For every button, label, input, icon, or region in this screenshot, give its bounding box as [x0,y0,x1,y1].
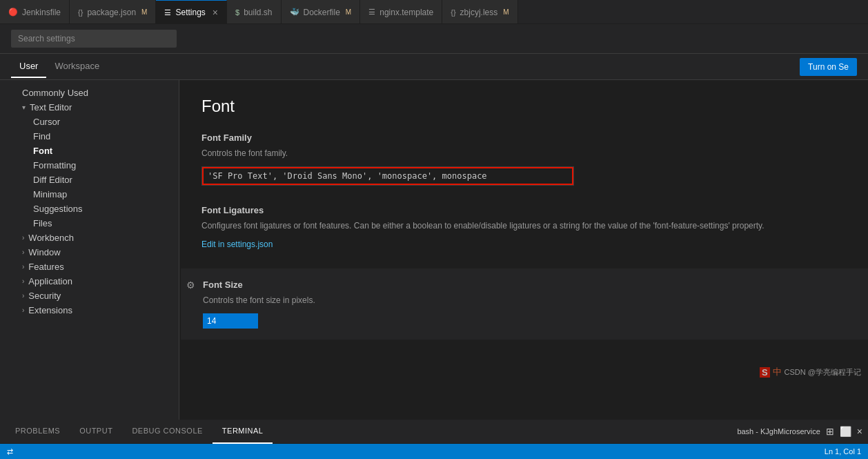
font-label: Font [33,146,52,156]
close-panel-icon[interactable]: × [857,426,862,437]
files-label: Files [33,218,52,228]
tab-settings[interactable]: ☰ Settings × [156,0,227,24]
font-family-input[interactable] [201,166,574,186]
tab-build-sh[interactable]: $ build.sh [227,0,282,24]
tab-nginx-template[interactable]: ☰ nginx.template [360,0,442,24]
sidebar-item-security[interactable]: › Security [0,289,179,303]
edit-in-settings-link[interactable]: Edit in settings.json [201,240,273,249]
font-family-label: Font Family [201,133,846,143]
settings-tabs-row: User Workspace Turn on Se [0,54,868,80]
sidebar-item-workbench[interactable]: › Workbench [0,231,179,245]
nginx-icon: ☰ [368,8,375,17]
tab-label: Jenkinsfile [22,8,61,17]
text-editor-label: Text Editor [30,102,72,113]
content-area: Font Font Family Controls the font famil… [179,80,868,420]
chevron-right-icon: › [22,306,24,314]
search-input[interactable] [11,30,177,48]
tab-bar: 🔴 Jenkinsfile {} package.json M ☰ Settin… [0,0,868,24]
tab-package-json[interactable]: {} package.json M [70,0,156,24]
sidebar-item-cursor[interactable]: Cursor [0,115,179,129]
watermark-text: CSDN @学亮编程手记 [785,367,861,378]
tab-workspace[interactable]: Workspace [46,55,108,78]
sidebar-item-minimap[interactable]: Minimap [0,187,179,202]
tab-jenkinsfile[interactable]: 🔴 Jenkinsfile [0,0,70,24]
font-ligatures-label: Font Ligatures [201,205,846,215]
status-bar: ⇄ Ln 1, Col 1 [0,444,868,459]
watermark-s-icon: S [760,367,770,378]
chevron-right-icon: › [22,292,24,300]
font-size-description: Controls the font size in pixels. [203,294,824,306]
panel-tab-problems[interactable]: PROBLEMS [6,420,70,444]
workbench-label: Workbench [28,233,74,243]
sidebar-item-suggestions[interactable]: Suggestions [0,202,179,216]
status-right: Ln 1, Col 1 [825,447,861,456]
sidebar-item-application[interactable]: › Application [0,274,179,289]
status-info: Ln 1, Col 1 [825,447,861,456]
extensions-label: Extensions [28,305,72,315]
sidebar-item-find[interactable]: Find [0,129,179,144]
formatting-label: Formatting [33,160,76,170]
tab-zbjcyj-less[interactable]: {} zbjcyj.less M [442,0,517,24]
tab-label: package.json [87,8,136,17]
window-label: Window [28,247,60,257]
panel-tabs-row: PROBLEMS OUTPUT DEBUG CONSOLE TERMINAL b… [0,420,868,444]
font-ligatures-description: Configures font ligatures or font featur… [201,219,822,232]
font-size-block: ⚙ Font Size Controls the font size in pi… [179,268,868,340]
suggestions-label: Suggestions [33,204,83,214]
gear-icon[interactable]: ⚙ [186,280,195,291]
sidebar-item-commonly-used[interactable]: Commonly Used [0,86,179,100]
watermark-zh-icon: 中 [773,366,782,378]
watermark: S 中 CSDN @学亮编程手记 [760,366,861,378]
minimap-label: Minimap [33,189,67,199]
tab-label: build.sh [244,8,272,17]
remote-icon[interactable]: ⇄ [7,447,13,456]
sidebar-item-features[interactable]: › Features [0,260,179,274]
turn-on-sync-button[interactable]: Turn on Se [800,58,857,76]
font-ligatures-block: Font Ligatures Configures font ligatures… [201,205,846,249]
split-terminal-icon[interactable]: ⊞ [826,426,834,437]
build-sh-icon: $ [235,8,239,17]
tab-label: nginx.template [379,8,433,17]
sidebar-item-extensions[interactable]: › Extensions [0,303,179,318]
modified-badge: M [141,8,147,16]
sidebar-item-text-editor[interactable]: ▾ Text Editor [0,100,179,115]
panel-tab-debug-console[interactable]: DEBUG CONSOLE [122,420,212,444]
chevron-right-icon: › [22,263,24,271]
sidebar-item-font[interactable]: Font [0,144,179,158]
security-label: Security [28,291,61,301]
font-size-label: Font Size [203,280,846,290]
close-tab-button[interactable]: × [213,7,218,18]
package-json-icon: {} [78,8,83,17]
chevron-right-icon: › [22,234,24,242]
font-family-description: Controls the font family. [201,147,822,159]
sidebar-item-window[interactable]: › Window [0,245,179,260]
find-label: Find [33,131,50,141]
maximize-panel-icon[interactable]: ⬜ [840,426,851,437]
search-bar [0,24,868,54]
terminal-info: bash - KJghMicroservice [737,427,820,436]
tab-dockerfile[interactable]: 🐳 Dockerfile M [282,0,361,24]
font-size-input[interactable] [203,313,258,329]
page-title: Font [201,97,846,116]
diff-editor-label: Diff Editor [33,175,72,185]
features-label: Features [28,262,63,272]
tab-label: Settings [175,8,205,17]
chevron-down-icon: ▾ [22,104,26,111]
commonly-used-label: Commonly Used [22,88,88,98]
less-icon: {} [451,8,455,17]
panel-tab-terminal[interactable]: TERMINAL [213,420,273,444]
sidebar: Commonly Used ▾ Text Editor Cursor Find … [0,80,179,420]
dockerfile-icon: 🐳 [290,8,299,17]
settings-icon: ☰ [164,8,171,17]
sidebar-item-formatting[interactable]: Formatting [0,158,179,173]
main-area: Commonly Used ▾ Text Editor Cursor Find … [0,80,868,420]
jenkinsfile-icon: 🔴 [8,8,18,17]
panel-tab-output[interactable]: OUTPUT [70,420,122,444]
status-left: ⇄ [7,447,13,456]
tab-label: Dockerfile [304,8,340,17]
sidebar-item-diff-editor[interactable]: Diff Editor [0,173,179,187]
application-label: Application [28,276,72,286]
sidebar-item-files[interactable]: Files [0,216,179,231]
font-family-block: Font Family Controls the font family. [201,133,846,186]
tab-user[interactable]: User [11,55,46,78]
